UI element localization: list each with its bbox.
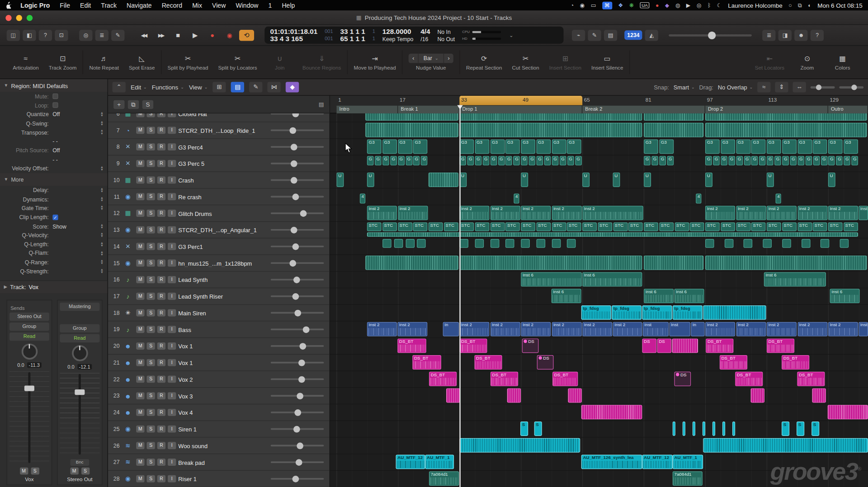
track-volume-slider[interactable] bbox=[271, 345, 324, 347]
track-r-button[interactable]: R bbox=[157, 126, 165, 134]
region[interactable]: U bbox=[336, 173, 344, 187]
region[interactable]: G bbox=[705, 156, 712, 165]
track-r-button[interactable]: R bbox=[157, 210, 165, 217]
region[interactable]: Inst 2 bbox=[797, 322, 827, 337]
play-app-icon[interactable]: ▶ bbox=[686, 1, 690, 9]
region[interactable]: G3 bbox=[459, 140, 474, 154]
region[interactable]: STC bbox=[659, 222, 674, 231]
track-r-button[interactable]: R bbox=[157, 326, 165, 333]
track-header-19[interactable]: 19♪MSRIBass bbox=[108, 321, 330, 338]
track-m-button[interactable]: M bbox=[136, 342, 144, 350]
track-i-button[interactable]: I bbox=[168, 375, 176, 383]
volume-fader[interactable] bbox=[60, 373, 99, 456]
region[interactable]: STC bbox=[429, 222, 443, 231]
region[interactable]: DS_BT bbox=[474, 355, 502, 370]
region[interactable]: G bbox=[751, 156, 758, 165]
region[interactable]: G bbox=[367, 156, 374, 165]
track-m-button[interactable]: M bbox=[136, 126, 144, 134]
track-i-button[interactable]: I bbox=[168, 193, 176, 200]
region[interactable]: G bbox=[851, 156, 858, 165]
region[interactable]: Inst 2 bbox=[397, 322, 427, 337]
track-header-28[interactable]: 28◉MSRIRiser 1 bbox=[108, 471, 330, 487]
toolbar-toggle-button[interactable]: ⊡ bbox=[55, 30, 68, 41]
region[interactable]: Inst 2 bbox=[521, 206, 551, 220]
track-r-button[interactable]: R bbox=[157, 243, 165, 250]
region[interactable]: G3 bbox=[797, 140, 812, 154]
lists-button[interactable]: ▤ bbox=[604, 30, 617, 41]
pencil-tool-button[interactable]: ✎ bbox=[249, 82, 262, 92]
input-source-icon[interactable]: ⌘ bbox=[602, 1, 612, 9]
region[interactable]: STC bbox=[782, 222, 797, 231]
gray-app-icon[interactable]: ◍ bbox=[675, 1, 680, 9]
region[interactable]: G3 bbox=[705, 140, 720, 154]
region[interactable]: Inst 2 bbox=[367, 322, 397, 337]
region[interactable]: DS bbox=[642, 338, 656, 353]
region[interactable]: Inst 2 bbox=[613, 322, 642, 337]
zoom-window-button[interactable] bbox=[27, 15, 33, 21]
track-header-13[interactable]: 13◉MSRISTCR2_DTH_...op_Angular_1 bbox=[108, 222, 330, 239]
region[interactable]: G bbox=[505, 156, 512, 165]
track-m-button[interactable]: M bbox=[136, 226, 144, 234]
clock-app-icon[interactable]: ◔ bbox=[571, 1, 574, 9]
region[interactable] bbox=[459, 123, 642, 137]
track-s-button[interactable]: S bbox=[146, 326, 155, 333]
region-inspector-header[interactable]: ▼ Region: MIDI Defaults bbox=[0, 79, 108, 92]
automation-mode-button[interactable]: Read bbox=[60, 334, 99, 342]
track-volume-slider[interactable] bbox=[271, 179, 324, 181]
track-lane-24[interactable] bbox=[330, 404, 868, 421]
menu-edit[interactable]: Edit bbox=[75, 2, 96, 9]
region[interactable]: tp_fdsg bbox=[642, 305, 672, 320]
track-lane-8[interactable]: G3G3G3G3G3G3G3G3G3G3G3G3G3G3G3G3G3G3G3G3… bbox=[330, 139, 868, 155]
region[interactable] bbox=[552, 239, 561, 248]
menubar-clock[interactable]: Mon 6 Oct 08:15 bbox=[817, 2, 863, 9]
track-lane-23[interactable] bbox=[330, 388, 868, 404]
count-in-badge[interactable]: 1234 bbox=[624, 30, 642, 40]
track-s-button[interactable]: S bbox=[146, 226, 155, 234]
track-header-10[interactable]: 10▦MSRICrash bbox=[108, 172, 330, 189]
region[interactable]: G3 bbox=[382, 140, 397, 154]
region[interactable]: Inst 2 bbox=[582, 206, 643, 220]
region[interactable]: STC bbox=[828, 222, 843, 231]
region[interactable]: STC bbox=[797, 222, 812, 231]
region[interactable]: STC bbox=[598, 222, 612, 231]
region[interactable] bbox=[724, 239, 733, 248]
region[interactable]: AU_MTF_1 bbox=[425, 455, 454, 469]
menu-record[interactable]: Record bbox=[157, 2, 187, 9]
track-r-button[interactable]: R bbox=[157, 475, 165, 482]
track-s-button[interactable]: S bbox=[146, 342, 155, 350]
track-r-button[interactable]: R bbox=[157, 442, 165, 449]
track-s-button[interactable]: S bbox=[146, 375, 155, 383]
scroll-to-selection-button[interactable]: ⌃ bbox=[113, 82, 126, 92]
region[interactable]: In bbox=[443, 322, 459, 337]
region[interactable] bbox=[446, 389, 460, 403]
track-header-12[interactable]: 12▦MSRIGlitch Drums bbox=[108, 205, 330, 222]
region[interactable]: G bbox=[406, 156, 412, 165]
region[interactable]: STC bbox=[398, 222, 412, 231]
grid-view-button[interactable]: ⊞ bbox=[212, 82, 226, 92]
track-m-button[interactable]: M bbox=[136, 309, 144, 316]
region[interactable]: U bbox=[644, 173, 651, 187]
region[interactable]: STC bbox=[644, 222, 658, 231]
crossfade-tool-button[interactable]: ⋈ bbox=[268, 82, 281, 92]
region[interactable]: U bbox=[828, 173, 835, 187]
purple-app-icon[interactable]: ◆ bbox=[665, 1, 669, 9]
colors-button[interactable]: ▦Colors bbox=[830, 54, 855, 70]
region[interactable]: G3 bbox=[828, 140, 843, 154]
region[interactable]: STC bbox=[582, 222, 597, 231]
track-m-button[interactable]: M bbox=[136, 475, 144, 482]
region[interactable]: Inst bbox=[859, 322, 868, 337]
track-i-button[interactable]: I bbox=[168, 426, 176, 433]
region[interactable]: STC bbox=[444, 222, 458, 231]
track-header-8[interactable]: 8✕MSRIG3 Perc4 bbox=[108, 139, 330, 155]
region[interactable]: Inst 2 bbox=[582, 322, 612, 337]
record-app-icon[interactable]: ◎ bbox=[697, 1, 702, 9]
add-track-button[interactable]: + bbox=[113, 100, 124, 109]
track-lane-7[interactable] bbox=[330, 122, 868, 139]
solo-button[interactable]: S bbox=[31, 467, 39, 474]
region[interactable] bbox=[703, 305, 766, 320]
track-r-button[interactable]: R bbox=[157, 359, 165, 366]
menu-track[interactable]: Track bbox=[96, 2, 122, 9]
track-r-button[interactable]: R bbox=[157, 293, 165, 300]
mute-button[interactable]: M bbox=[70, 467, 78, 474]
lcd-display[interactable]: 01:01:01:18.0133 4 3 165 001001 33 1 1 1… bbox=[264, 27, 563, 44]
